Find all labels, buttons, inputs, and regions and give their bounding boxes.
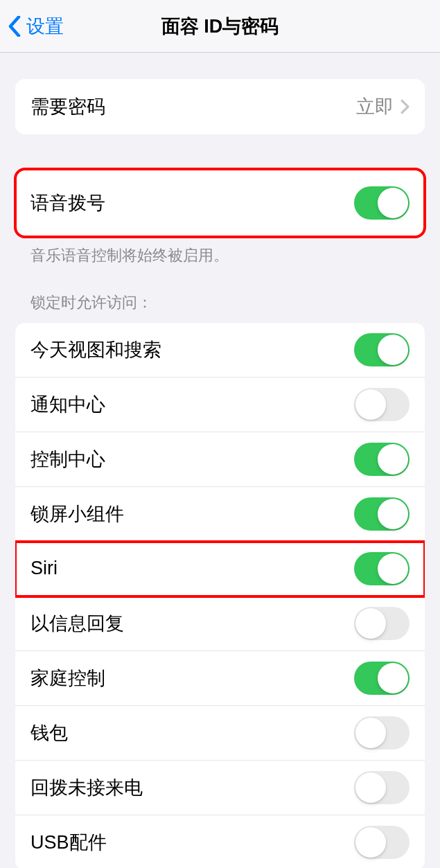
lock-access-toggle[interactable]: [354, 826, 410, 859]
require-passcode-label: 需要密码: [30, 94, 105, 119]
voice-dial-toggle[interactable]: [354, 186, 410, 220]
lock-access-label: USB配件: [30, 830, 107, 855]
lock-access-label: 通知中心: [30, 392, 105, 417]
lock-access-toggle[interactable]: [354, 388, 410, 421]
lock-access-row: 以信息回复: [15, 596, 425, 651]
lock-access-row: 通知中心: [15, 378, 425, 432]
lock-access-toggle[interactable]: [354, 662, 410, 695]
toggle-knob: [378, 444, 408, 475]
voice-dial-label: 语音拨号: [30, 191, 105, 215]
lock-access-toggle[interactable]: [354, 771, 410, 804]
toggle-knob: [378, 553, 408, 584]
chevron-right-icon: [401, 99, 410, 114]
toggle-knob: [378, 663, 408, 693]
lock-access-label: 锁屏小组件: [30, 502, 124, 526]
lock-access-label: 以信息回复: [30, 611, 124, 636]
lock-access-toggle[interactable]: [354, 443, 410, 476]
voice-dial-row: 语音拨号: [15, 169, 425, 237]
toggle-knob: [355, 389, 386, 420]
voice-dial-group: 语音拨号: [15, 169, 425, 237]
voice-dial-footnote: 音乐语音控制将始终被启用。: [15, 237, 425, 266]
lock-access-label: 家庭控制: [30, 666, 105, 691]
back-button[interactable]: 设置: [0, 14, 64, 39]
toggle-knob: [378, 188, 408, 218]
chevron-left-icon: [8, 16, 21, 37]
toggle-knob: [378, 335, 408, 365]
lock-access-row: 锁屏小组件: [15, 487, 425, 542]
toggle-knob: [378, 499, 408, 529]
toggle-knob: [355, 608, 386, 639]
lock-access-row: USB配件: [15, 815, 425, 868]
lock-access-toggle[interactable]: [354, 552, 410, 585]
lock-access-label: 控制中心: [30, 447, 105, 472]
lock-access-group: 今天视图和搜索通知中心控制中心锁屏小组件Siri以信息回复家庭控制钱包回拨未接来…: [15, 323, 425, 868]
require-passcode-row[interactable]: 需要密码 立即: [15, 79, 425, 134]
lock-access-toggle[interactable]: [354, 716, 410, 750]
toggle-knob: [355, 772, 386, 803]
lock-access-label: 钱包: [30, 720, 68, 745]
lock-access-toggle[interactable]: [354, 607, 410, 640]
nav-bar: 设置 面容 ID与密码: [0, 0, 440, 53]
passcode-group: 需要密码 立即: [15, 79, 425, 134]
toggle-knob: [355, 718, 386, 748]
page-title: 面容 ID与密码: [0, 14, 440, 39]
lock-access-toggle[interactable]: [354, 333, 410, 366]
lock-access-label: 今天视图和搜索: [30, 337, 161, 362]
lock-access-row: Siri: [15, 542, 425, 596]
lock-access-row: 今天视图和搜索: [15, 323, 425, 378]
lock-access-row: 回拨未接来电: [15, 761, 425, 815]
lock-access-row: 家庭控制: [15, 651, 425, 706]
lock-access-header: 锁定时允许访问：: [15, 292, 425, 323]
lock-access-label: Siri: [30, 558, 58, 579]
lock-access-row: 钱包: [15, 706, 425, 761]
toggle-knob: [355, 827, 386, 858]
back-label: 设置: [26, 14, 64, 39]
require-passcode-value: 立即: [356, 94, 394, 119]
lock-access-row: 控制中心: [15, 432, 425, 487]
lock-access-toggle[interactable]: [354, 497, 410, 531]
lock-access-label: 回拨未接来电: [30, 775, 143, 800]
